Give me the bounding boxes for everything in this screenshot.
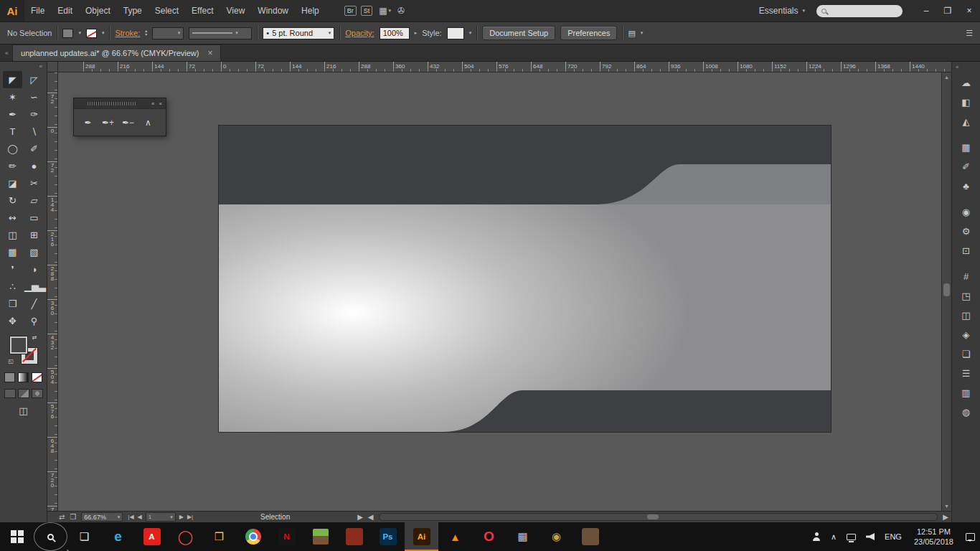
last-artboard-button[interactable]: ▶| bbox=[187, 514, 193, 520]
pencil-tool[interactable]: ✏ bbox=[3, 157, 22, 174]
chevron-down-icon[interactable]: ▾ bbox=[641, 30, 644, 36]
layers-panel-icon[interactable]: ◫ bbox=[956, 306, 977, 325]
gpu-performance-icon[interactable]: ✇ bbox=[397, 6, 405, 16]
symbol-sprayer-tool[interactable]: ∴ bbox=[3, 278, 22, 295]
paintbrush-tool[interactable]: ✐ bbox=[24, 140, 44, 157]
stroke-color-swatch[interactable] bbox=[86, 29, 97, 38]
minecraft-icon[interactable] bbox=[303, 522, 337, 551]
gradient-tool[interactable]: ▧ bbox=[24, 243, 44, 260]
menu-item[interactable]: View bbox=[220, 0, 252, 22]
language-indicator[interactable]: ENG bbox=[880, 522, 907, 551]
game-app-2-icon[interactable] bbox=[573, 522, 607, 551]
first-artboard-button[interactable]: |◀ bbox=[128, 514, 133, 520]
artboard-tool[interactable]: ❒ bbox=[3, 295, 22, 312]
opacity-field[interactable]: 100% bbox=[380, 27, 410, 39]
chrome-icon[interactable] bbox=[236, 522, 270, 551]
zoom-tool[interactable]: ⚲ bbox=[24, 312, 44, 329]
pen-tool[interactable]: ✒ bbox=[80, 114, 96, 131]
opacity-panel-link[interactable]: Opacity: bbox=[345, 29, 374, 37]
rotate-tool[interactable]: ↻ bbox=[3, 192, 22, 209]
tab-close-icon[interactable]: × bbox=[207, 48, 212, 58]
illustrator-icon[interactable]: Ai bbox=[405, 522, 438, 551]
hand-tool[interactable]: ✥ bbox=[3, 312, 22, 329]
color-themes-panel-icon[interactable]: ◉ bbox=[956, 202, 977, 222]
media-player-icon[interactable]: ◯ bbox=[169, 522, 202, 551]
artboard-number-dropdown[interactable]: 1 ▾ bbox=[146, 512, 176, 522]
swatches-panel-icon[interactable]: ▦ bbox=[956, 138, 977, 157]
stroke-panel-link[interactable]: Stroke: bbox=[115, 29, 140, 37]
vertical-scroll-track[interactable] bbox=[942, 82, 951, 501]
menu-item[interactable]: Window bbox=[251, 0, 295, 22]
scale-tool[interactable]: ▱ bbox=[24, 192, 44, 209]
stroke-panel-icon[interactable]: ☰ bbox=[956, 364, 977, 383]
convert-anchor-point-tool[interactable]: ∧ bbox=[140, 114, 156, 131]
toolbar-collapse-icon[interactable]: « bbox=[35, 62, 47, 71]
close-button[interactable]: × bbox=[958, 0, 980, 22]
tab-overflow-icon[interactable]: « bbox=[1, 50, 12, 57]
libraries-panel-icon[interactable]: ☁ bbox=[956, 73, 977, 93]
mesh-tool[interactable]: ▦ bbox=[3, 243, 22, 260]
menu-item[interactable]: Select bbox=[149, 0, 185, 22]
floating-panel-titlebar[interactable]: « × bbox=[74, 98, 166, 109]
close-panel-icon[interactable]: × bbox=[159, 100, 162, 107]
none-button[interactable] bbox=[32, 372, 42, 382]
screen-mode-button[interactable]: ◫ bbox=[19, 405, 27, 416]
artboard[interactable] bbox=[219, 126, 831, 432]
restore-button[interactable]: ❐ bbox=[937, 0, 958, 22]
free-transform-tool[interactable]: ▭ bbox=[24, 209, 44, 226]
line-segment-tool[interactable]: ∖ bbox=[24, 123, 44, 140]
status-flyout-icon[interactable]: ▶ bbox=[357, 513, 363, 521]
curvature-tool[interactable]: ✑ bbox=[24, 105, 44, 123]
color-panel-icon[interactable]: ◧ bbox=[956, 93, 977, 112]
people-icon[interactable] bbox=[807, 522, 826, 551]
menu-item[interactable]: Type bbox=[117, 0, 149, 22]
control-panel-menu-icon[interactable]: ☰ bbox=[966, 29, 973, 38]
slice-tool[interactable]: ╱ bbox=[24, 295, 44, 312]
search-button[interactable] bbox=[34, 522, 67, 551]
stock-button[interactable]: St bbox=[361, 6, 373, 16]
zoom-level-dropdown[interactable]: 66.67% ▾ bbox=[81, 512, 123, 522]
chevron-down-icon[interactable]: ▾ bbox=[102, 30, 105, 36]
asset-export-panel-icon[interactable]: ◳ bbox=[956, 286, 977, 306]
fill-color-swatch[interactable] bbox=[62, 29, 73, 38]
opera-icon[interactable]: O bbox=[472, 522, 506, 551]
graphic-styles-panel-icon[interactable]: ❏ bbox=[956, 344, 977, 364]
game-app-icon[interactable]: ◉ bbox=[540, 522, 573, 551]
canvas-pasteboard[interactable]: « × ✒ ✒+ ✒− ∧ bbox=[58, 72, 941, 511]
minimize-button[interactable]: – bbox=[915, 0, 937, 22]
color-guide-panel-icon[interactable]: ◭ bbox=[956, 112, 977, 131]
network-icon[interactable] bbox=[842, 522, 861, 551]
actions-panel-icon[interactable]: ⚙ bbox=[956, 222, 977, 241]
horizontal-ruler[interactable]: 2882161447207214421628836043250457664872… bbox=[58, 62, 951, 72]
clock[interactable]: 12:51 PM 23/05/2018 bbox=[907, 527, 961, 547]
magic-wand-tool[interactable]: ✶ bbox=[3, 88, 22, 105]
width-tool[interactable]: ↭ bbox=[3, 209, 22, 226]
dota2-icon[interactable] bbox=[337, 522, 371, 551]
search-input[interactable] bbox=[816, 5, 903, 17]
blend-tool[interactable]: ◑ bbox=[24, 260, 44, 278]
pen-tool[interactable]: ✒ bbox=[3, 105, 22, 123]
edge-icon[interactable]: e bbox=[101, 522, 135, 551]
acrobat-icon[interactable]: A bbox=[135, 522, 169, 551]
fill-swatch[interactable] bbox=[10, 336, 27, 354]
task-view-button[interactable]: ❏ bbox=[67, 522, 101, 551]
menu-item[interactable]: Help bbox=[295, 0, 326, 22]
blob-brush-tool[interactable]: ● bbox=[24, 157, 44, 174]
hidden-icons-chevron[interactable]: ∧ bbox=[826, 522, 842, 551]
vertical-scrollbar[interactable]: ▲ ▼ bbox=[941, 72, 951, 511]
draw-normal-button[interactable] bbox=[4, 389, 16, 398]
pen-tools-floating-panel[interactable]: « × ✒ ✒+ ✒− ∧ bbox=[73, 98, 166, 136]
menu-item[interactable]: File bbox=[24, 0, 51, 22]
selection-tool[interactable]: ◤ bbox=[3, 71, 22, 88]
direct-selection-tool[interactable]: ◸ bbox=[24, 71, 44, 88]
photoshop-icon[interactable]: Ps bbox=[371, 522, 405, 551]
stroke-weight-stepper[interactable]: ▴▾ bbox=[145, 29, 147, 37]
collapse-panel-icon[interactable]: « bbox=[151, 100, 154, 107]
status-swap-icon[interactable]: ⇄ bbox=[59, 513, 65, 521]
draw-behind-button[interactable] bbox=[18, 389, 29, 398]
add-anchor-point-tool[interactable]: ✒+ bbox=[100, 114, 116, 131]
expand-panels-icon[interactable]: « bbox=[952, 62, 962, 73]
chevron-down-icon[interactable]: ▾ bbox=[469, 30, 472, 36]
document-setup-button[interactable]: Document Setup bbox=[482, 26, 555, 40]
eyedropper-tool[interactable]: ❜ bbox=[3, 260, 22, 278]
